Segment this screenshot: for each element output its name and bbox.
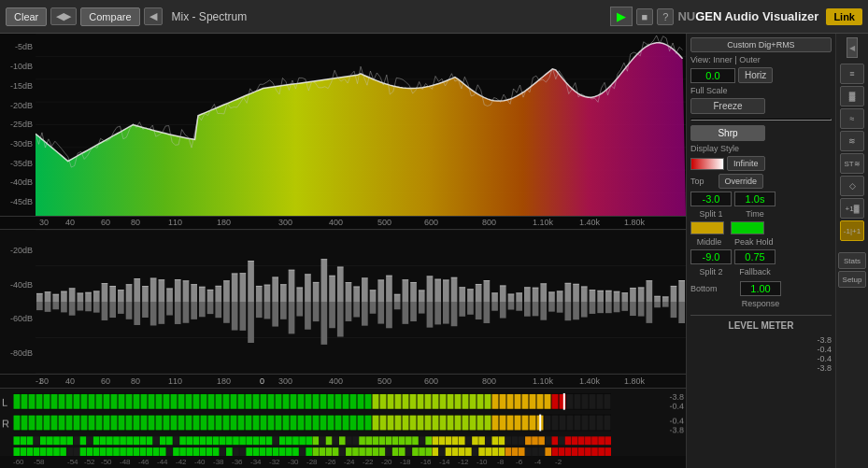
strip-btn-minus1[interactable]: -1|+1 bbox=[840, 220, 864, 241]
prev-button[interactable]: ◀ bbox=[144, 7, 163, 25]
db-labels: -5dB -10dB -15dB -20dB -25dB -30dB -35dB… bbox=[0, 34, 36, 216]
strip-btn-lines[interactable]: ≡ bbox=[840, 64, 864, 84]
scale--48: -48 bbox=[120, 458, 131, 466]
freq-400: 400 bbox=[329, 218, 343, 227]
display-style-row: Display Style bbox=[690, 144, 832, 153]
play-button[interactable]: ▶ bbox=[610, 7, 633, 26]
time-input[interactable] bbox=[734, 191, 776, 206]
right-db-values: -3.8 -0.4 -0.4 -3.8 bbox=[690, 335, 832, 373]
link-button[interactable]: Link bbox=[826, 8, 862, 25]
scale--12: -12 bbox=[458, 458, 469, 466]
freq-30: 30 bbox=[39, 218, 49, 227]
product-name: Audio Visualizer bbox=[724, 9, 818, 23]
freq-60: 60 bbox=[101, 218, 110, 227]
bfreq-40: 40 bbox=[65, 376, 75, 386]
gen-text: GEN bbox=[695, 9, 721, 23]
scale--10: -10 bbox=[477, 458, 488, 466]
split2-row bbox=[690, 249, 832, 264]
scale--58: -58 bbox=[34, 458, 45, 466]
hist-db-80: -80dB bbox=[0, 348, 36, 358]
scale--30: -30 bbox=[288, 458, 299, 466]
scale--26: -26 bbox=[325, 458, 336, 466]
freeze-button[interactable]: Freeze bbox=[690, 98, 765, 114]
infinite-button[interactable]: Infinite bbox=[727, 156, 765, 171]
strip-btn-dense[interactable]: ≋ bbox=[840, 131, 864, 151]
scale--36: -36 bbox=[232, 458, 243, 466]
scale--8: -8 bbox=[497, 458, 504, 466]
custom-dig-rms-button[interactable]: Custom Dig+RMS bbox=[690, 37, 832, 52]
shrp-button[interactable]: Shrp bbox=[690, 125, 765, 141]
split2-input[interactable] bbox=[690, 249, 732, 264]
freq-1400: 1.40k bbox=[579, 218, 600, 227]
scale--44: -44 bbox=[157, 458, 168, 466]
back-button[interactable]: ◀▶ bbox=[50, 7, 77, 25]
top-label: Top bbox=[690, 177, 704, 186]
zero-label: 0 bbox=[260, 376, 264, 386]
rdb-04-bot: -0.4 bbox=[817, 354, 832, 363]
strip-btn-setup[interactable]: Setup bbox=[838, 271, 866, 288]
hist-db-20: -20dB bbox=[0, 246, 36, 255]
bfreq-60: 60 bbox=[101, 376, 110, 386]
strip-btn-plus1[interactable]: +1▓ bbox=[840, 198, 864, 219]
infinite-row: Infinite bbox=[690, 156, 832, 171]
response-label: Response bbox=[740, 299, 781, 308]
histogram-area: -20dB -40dB -60dB -80dB bbox=[0, 230, 686, 375]
db-label-30: -30dB bbox=[0, 139, 36, 149]
scale--40: -40 bbox=[194, 458, 206, 466]
scale--4: -4 bbox=[534, 458, 541, 466]
chevron-row: ◀ bbox=[847, 37, 858, 58]
db-label-20: -20dB bbox=[0, 101, 36, 110]
icon-strip: ◀ ≡ ▓ ≈ ≋ ST≋ ◇ +1▓ -1|+1 Stats Setup bbox=[835, 34, 868, 468]
bfreq-800: 800 bbox=[482, 376, 496, 386]
freq-80: 80 bbox=[131, 218, 140, 227]
split1-label: Split 1 bbox=[690, 209, 732, 219]
clear-button[interactable]: Clear bbox=[6, 7, 47, 26]
freq-500: 500 bbox=[377, 218, 391, 227]
override-row: Top Override bbox=[690, 174, 832, 189]
db-label-35: -35dB bbox=[0, 159, 36, 168]
minus1-label: -1 bbox=[36, 376, 43, 386]
split2-label-row: Split 2 Fallback bbox=[690, 267, 832, 277]
freq-800: 800 bbox=[482, 218, 496, 227]
rdb-38-bot: -3.8 bbox=[817, 363, 832, 373]
split2-label: Split 2 bbox=[690, 267, 732, 277]
response-input[interactable] bbox=[740, 281, 781, 296]
middle-label: Middle bbox=[690, 237, 728, 247]
split1-input[interactable] bbox=[690, 191, 732, 206]
infinite-color bbox=[690, 158, 724, 170]
freq-180: 180 bbox=[217, 218, 231, 227]
strip-btn-st[interactable]: ST≋ bbox=[840, 153, 864, 174]
scale--2: -2 bbox=[555, 458, 562, 466]
level-meter-label: LEVEL METER bbox=[729, 320, 794, 331]
nu-text: NU bbox=[677, 9, 695, 23]
db-label-45: -45dB bbox=[0, 197, 36, 206]
stop-button[interactable]: ■ bbox=[636, 8, 654, 25]
peak-color bbox=[731, 221, 764, 234]
scale--60: -60 bbox=[13, 458, 24, 466]
bfreq-1100: 1.10k bbox=[533, 376, 553, 386]
help-button[interactable]: ? bbox=[657, 8, 674, 25]
strip-btn-bars[interactable]: ▓ bbox=[840, 86, 864, 106]
strip-btn-diamond[interactable]: ◇ bbox=[840, 176, 864, 196]
freq-300: 300 bbox=[278, 218, 292, 227]
split1-label-row: Split 1 Time bbox=[690, 209, 832, 219]
display-style-label: Display Style bbox=[690, 144, 739, 153]
full-scale-row: Full Scale bbox=[690, 86, 832, 95]
strip-btn-stats[interactable]: Stats bbox=[838, 252, 866, 269]
bottom-scale: -60 -58 -54 -52 -50 -48 -46 -44 -42 -40 … bbox=[0, 456, 686, 468]
value-input[interactable] bbox=[690, 68, 735, 83]
bfreq-110: 110 bbox=[168, 376, 182, 386]
scale--52: -52 bbox=[84, 458, 95, 466]
freq-1800: 1.80k bbox=[624, 218, 645, 227]
meter-area bbox=[0, 389, 686, 457]
compare-button[interactable]: Compare bbox=[80, 7, 139, 26]
override-button[interactable]: Override bbox=[719, 174, 764, 189]
left-chevron[interactable]: ◀ bbox=[847, 37, 858, 58]
bfreq-300: 300 bbox=[278, 376, 292, 386]
peak-hold-label: Peak Hold bbox=[734, 237, 774, 247]
horiz-button[interactable]: Horiz bbox=[738, 67, 773, 83]
strip-btn-wave[interactable]: ≈ bbox=[840, 108, 864, 129]
hist-db-60: -60dB bbox=[0, 314, 36, 323]
fallback-input[interactable] bbox=[734, 249, 776, 264]
rdb-04-top: -0.4 bbox=[817, 345, 832, 354]
